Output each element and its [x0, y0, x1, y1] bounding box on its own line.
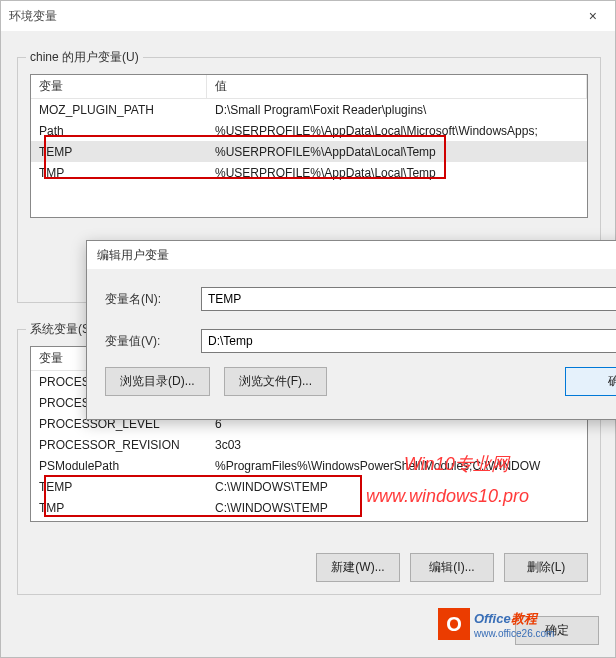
cell-var-name: TMP — [31, 501, 207, 515]
label-var-value: 变量值(V): — [105, 333, 201, 350]
table-row[interactable]: PROCESSOR_REVISION3c03 — [31, 434, 587, 455]
table-row[interactable]: TMPC:\WINDOWS\TEMP — [31, 497, 587, 518]
cell-var-value: C:\WINDOWS\TEMP — [207, 480, 587, 494]
table-row[interactable]: TEMPC:\WINDOWS\TEMP — [31, 476, 587, 497]
table-row[interactable]: TEMP%USERPROFILE%\AppData\Local\Temp — [31, 141, 587, 162]
browse-file-button[interactable]: 浏览文件(F)... — [224, 367, 327, 396]
cell-var-name: Path — [31, 124, 207, 138]
browse-dir-button[interactable]: 浏览目录(D)... — [105, 367, 210, 396]
edit-button[interactable]: 编辑(I)... — [410, 553, 494, 582]
table-row[interactable]: MOZ_PLUGIN_PATHD:\Small Program\Foxit Re… — [31, 99, 587, 120]
input-var-value[interactable] — [201, 329, 616, 353]
close-icon[interactable]: × — [579, 4, 607, 28]
dialog-button-row: 浏览目录(D)... 浏览文件(F)... 确定 — [87, 353, 616, 396]
cell-var-value: %USERPROFILE%\AppData\Local\Temp — [207, 166, 587, 180]
edit-user-var-dialog: 编辑用户变量 变量名(N): 变量值(V): 浏览目录(D)... 浏览文件(F… — [86, 240, 616, 420]
user-vars-legend: chine 的用户变量(U) — [26, 49, 143, 66]
cell-var-name: PSModulePath — [31, 459, 207, 473]
table-row[interactable]: PSModulePath%ProgramFiles%\WindowsPowerS… — [31, 455, 587, 476]
window-title: 环境变量 — [9, 8, 57, 25]
delete-button[interactable]: 删除(L) — [504, 553, 588, 582]
cell-var-value: %ProgramFiles%\WindowsPowerShell\Modules… — [207, 459, 587, 473]
input-var-name[interactable] — [201, 287, 616, 311]
col-value[interactable]: 值 — [207, 75, 587, 98]
cell-var-value: C:\WINDOWS\TEMP — [207, 501, 587, 515]
label-var-name: 变量名(N): — [105, 291, 201, 308]
cell-var-name: TEMP — [31, 145, 207, 159]
table-row[interactable]: Path%USERPROFILE%\AppData\Local\Microsof… — [31, 120, 587, 141]
cell-var-name: PROCESSOR_REVISION — [31, 438, 207, 452]
row-var-name: 变量名(N): — [87, 287, 616, 311]
bottom-button-row: 确定 — [515, 616, 599, 645]
cell-var-name: TMP — [31, 166, 207, 180]
dialog-title: 编辑用户变量 — [87, 241, 616, 269]
dialog-ok-button[interactable]: 确定 — [565, 367, 616, 396]
col-variable[interactable]: 变量 — [31, 75, 207, 98]
cell-var-value: D:\Small Program\Foxit Reader\plugins\ — [207, 103, 587, 117]
titlebar: 环境变量 × — [1, 1, 615, 31]
user-vars-list[interactable]: 变量 值 MOZ_PLUGIN_PATHD:\Small Program\Fox… — [30, 74, 588, 218]
ok-button[interactable]: 确定 — [515, 616, 599, 645]
cell-var-name: TEMP — [31, 480, 207, 494]
sys-button-row: 新建(W)... 编辑(I)... 删除(L) — [316, 553, 588, 582]
list-header: 变量 值 — [31, 75, 587, 99]
row-var-value: 变量值(V): — [87, 329, 616, 353]
table-row[interactable]: TMP%USERPROFILE%\AppData\Local\Temp — [31, 162, 587, 183]
cell-var-value: %USERPROFILE%\AppData\Local\Temp — [207, 145, 587, 159]
cell-var-value: %USERPROFILE%\AppData\Local\Microsoft\Wi… — [207, 124, 587, 138]
new-button[interactable]: 新建(W)... — [316, 553, 400, 582]
cell-var-name: MOZ_PLUGIN_PATH — [31, 103, 207, 117]
cell-var-value: 3c03 — [207, 438, 587, 452]
